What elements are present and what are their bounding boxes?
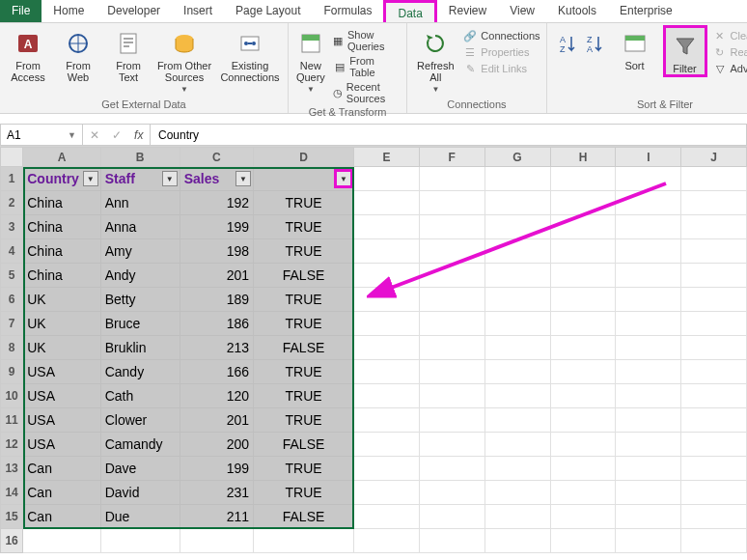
cell-F3[interactable] (419, 215, 484, 239)
cell-A10[interactable]: USA (23, 384, 100, 408)
row-header-2[interactable]: 2 (1, 191, 23, 215)
cell-G16[interactable] (484, 529, 550, 553)
cell-J13[interactable] (681, 457, 747, 481)
filter-dropdown-D[interactable]: ▼ (336, 171, 351, 186)
cell-A9[interactable]: USA (23, 360, 100, 384)
cell-C4[interactable]: 198 (180, 239, 253, 264)
cell-D8[interactable]: FALSE (254, 336, 354, 360)
reapply-button[interactable]: ↻Reapply (713, 45, 748, 59)
cell-C9[interactable]: 166 (180, 360, 253, 384)
cell-B10[interactable]: Cath (100, 384, 180, 408)
cell-F4[interactable] (419, 239, 484, 264)
cell-C8[interactable]: 213 (180, 336, 253, 360)
cell-E10[interactable] (354, 384, 420, 408)
cell-J16[interactable] (681, 529, 747, 553)
cell-J4[interactable] (681, 239, 747, 264)
cell-C1[interactable]: Sales▼ (180, 167, 253, 191)
cell-E13[interactable] (354, 457, 420, 481)
cell-H6[interactable] (550, 288, 616, 312)
cell-D9[interactable]: TRUE (254, 360, 354, 384)
cell-D15[interactable]: FALSE (254, 505, 354, 529)
cell-D14[interactable]: TRUE (254, 481, 354, 505)
col-header-F[interactable]: F (419, 148, 484, 167)
cell-J12[interactable] (681, 433, 747, 457)
cell-F12[interactable] (419, 433, 484, 457)
tab-file[interactable]: File (0, 0, 42, 22)
cell-J9[interactable] (681, 360, 747, 384)
col-header-I[interactable]: I (616, 148, 681, 167)
cell-E15[interactable] (354, 505, 420, 529)
cell-G11[interactable] (484, 408, 550, 433)
enter-icon[interactable]: ✓ (112, 128, 122, 142)
cell-A3[interactable]: China (23, 215, 100, 239)
cell-E9[interactable] (354, 360, 420, 384)
cell-B2[interactable]: Ann (100, 191, 180, 215)
cell-A14[interactable]: Can (23, 481, 100, 505)
cell-A8[interactable]: UK (23, 336, 100, 360)
cell-B9[interactable]: Candy (100, 360, 180, 384)
cell-B16[interactable] (100, 529, 180, 553)
cell-C7[interactable]: 186 (180, 312, 253, 336)
row-header-13[interactable]: 13 (1, 457, 23, 481)
cell-A12[interactable]: USA (23, 433, 100, 457)
cell-J15[interactable] (681, 505, 747, 529)
cell-F10[interactable] (419, 384, 484, 408)
cell-E6[interactable] (354, 288, 420, 312)
cell-E8[interactable] (354, 336, 420, 360)
cell-G5[interactable] (484, 264, 550, 288)
cell-G7[interactable] (484, 312, 550, 336)
cell-I14[interactable] (616, 481, 681, 505)
cell-J10[interactable] (681, 384, 747, 408)
cell-J8[interactable] (681, 336, 747, 360)
cell-B3[interactable]: Anna (100, 215, 180, 239)
row-header-16[interactable]: 16 (1, 529, 23, 553)
cell-G9[interactable] (484, 360, 550, 384)
row-header-10[interactable]: 10 (1, 384, 23, 408)
cell-D12[interactable]: FALSE (254, 433, 354, 457)
cell-I11[interactable] (616, 408, 681, 433)
recent-sources-button[interactable]: ◷Recent Sources (333, 81, 401, 104)
cell-I1[interactable] (616, 167, 681, 191)
cell-H1[interactable] (550, 167, 616, 191)
cell-H5[interactable] (550, 264, 616, 288)
col-header-J[interactable]: J (681, 148, 747, 167)
row-header-4[interactable]: 4 (1, 239, 23, 264)
sort-za-button[interactable]: ZA (580, 25, 607, 58)
cell-A7[interactable]: UK (23, 312, 100, 336)
sort-az-button[interactable]: AZ (553, 25, 580, 58)
cell-G4[interactable] (484, 239, 550, 264)
tab-home[interactable]: Home (42, 0, 96, 22)
cell-A1[interactable]: Country▼ (23, 167, 100, 191)
cell-I6[interactable] (616, 288, 681, 312)
col-header-E[interactable]: E (354, 148, 420, 167)
tab-insert[interactable]: Insert (172, 0, 224, 22)
cell-D7[interactable]: TRUE (254, 312, 354, 336)
name-box[interactable]: A1 ▼ (0, 124, 83, 146)
cell-F7[interactable] (419, 312, 484, 336)
formula-bar[interactable]: Country (151, 124, 747, 146)
tab-kutools[interactable]: Kutools (546, 0, 608, 22)
cell-J1[interactable] (681, 167, 747, 191)
cell-C12[interactable]: 200 (180, 433, 253, 457)
cell-C14[interactable]: 231 (180, 481, 253, 505)
cell-C10[interactable]: 120 (180, 384, 253, 408)
cell-I12[interactable] (616, 433, 681, 457)
cell-E3[interactable] (354, 215, 420, 239)
cell-J14[interactable] (681, 481, 747, 505)
cell-C6[interactable]: 189 (180, 288, 253, 312)
sort-button[interactable]: Sort (613, 25, 657, 71)
cell-D16[interactable] (254, 529, 354, 553)
filter-button[interactable]: Filter (663, 25, 707, 77)
select-all-corner[interactable] (1, 148, 23, 167)
cell-A2[interactable]: China (23, 191, 100, 215)
col-header-G[interactable]: G (484, 148, 550, 167)
row-header-8[interactable]: 8 (1, 336, 23, 360)
cell-C2[interactable]: 192 (180, 191, 253, 215)
cell-C11[interactable]: 201 (180, 408, 253, 433)
cell-D13[interactable]: TRUE (254, 457, 354, 481)
cell-C5[interactable]: 201 (180, 264, 253, 288)
col-header-A[interactable]: A (23, 148, 100, 167)
cell-H10[interactable] (550, 384, 616, 408)
row-header-9[interactable]: 9 (1, 360, 23, 384)
new-query-button[interactable]: New Query ▼ (294, 25, 327, 94)
